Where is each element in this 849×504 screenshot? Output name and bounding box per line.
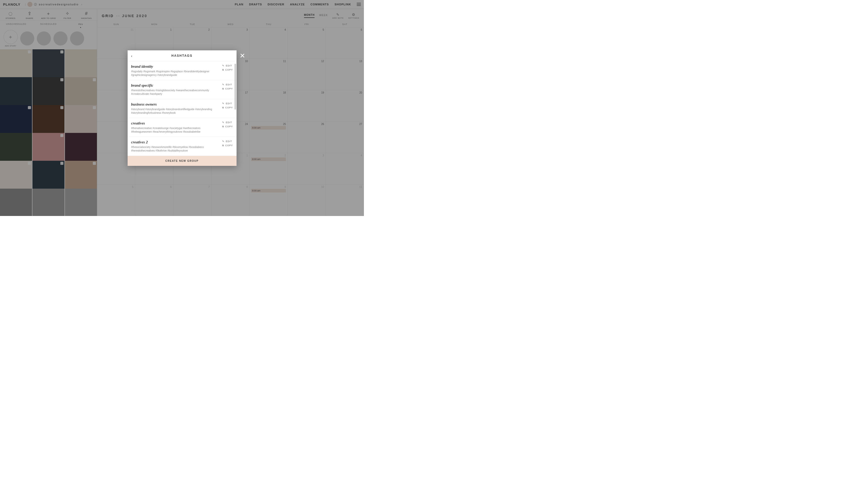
hashtag-group: brand identity #logodaily #logomark #log… [128,61,236,80]
copy-icon: ⧉ [222,106,224,109]
pencil-icon: ✎ [222,65,225,67]
copy-icon: ⧉ [222,87,224,90]
copy-button[interactable]: ⧉COPY [222,69,233,71]
close-icon[interactable]: ✕ [240,52,245,60]
scrollbar[interactable] [234,64,236,110]
pencil-icon: ✎ [222,102,225,105]
hashtag-group: business owners #storybrand #storybrandg… [128,99,236,118]
hashtag-group-title: brand identity [131,65,220,69]
hashtag-group-tags: #thenativecreative #createlounge #societ… [131,127,220,134]
copy-icon: ⧉ [222,125,224,128]
copy-button[interactable]: ⧉COPY [222,87,233,90]
hashtag-group: creatives 2 #thesocialsociety #lessworkm… [128,137,236,156]
hashtag-group-title: creatives 2 [131,140,220,144]
hashtags-modal: ✕ ‹ HASHTAGS brand identity #logodaily #… [128,50,236,166]
modal-body: brand identity #logodaily #logomark #log… [128,61,236,156]
pencil-icon: ✎ [222,121,225,124]
copy-icon: ⧉ [222,69,224,71]
hashtag-group-tags: #logodaily #logomark #logoinspire #logop… [131,70,220,77]
pencil-icon: ✎ [222,140,225,143]
pencil-icon: ✎ [222,83,225,86]
copy-button[interactable]: ⧉COPY [222,106,233,109]
hashtag-group-title: brand specific [131,83,220,88]
hashtag-group-title: business owners [131,102,220,107]
create-group-button[interactable]: CREATE NEW GROUP [128,156,236,166]
back-icon[interactable]: ‹ [131,54,133,58]
hashtag-group-tags: #herestothecreatives #risingtidesociety … [131,89,220,96]
edit-button[interactable]: ✎EDIT [222,140,233,143]
edit-button[interactable]: ✎EDIT [222,83,233,86]
modal-overlay[interactable]: ✕ ‹ HASHTAGS brand identity #logodaily #… [0,0,364,216]
copy-button[interactable]: ⧉COPY [222,144,233,147]
hashtag-group-tags: #thesocialsociety #lessworkmorelife #blo… [131,145,220,152]
hashtag-group-title: creatives [131,121,220,125]
edit-button[interactable]: ✎EDIT [222,102,233,105]
edit-button[interactable]: ✎EDIT [222,121,233,124]
hashtag-group: creatives #thenativecreative #createloun… [128,118,236,137]
modal-title: HASHTAGS [171,54,192,57]
copy-icon: ⧉ [222,144,224,147]
hashtag-group: brand specific #herestothecreatives #ris… [128,80,236,99]
modal-header: ‹ HASHTAGS [128,50,236,61]
hashtag-group-tags: #storybrand #storybrandguide #storybrand… [131,108,220,115]
copy-button[interactable]: ⧉COPY [222,125,233,128]
edit-button[interactable]: ✎EDIT [222,65,233,67]
